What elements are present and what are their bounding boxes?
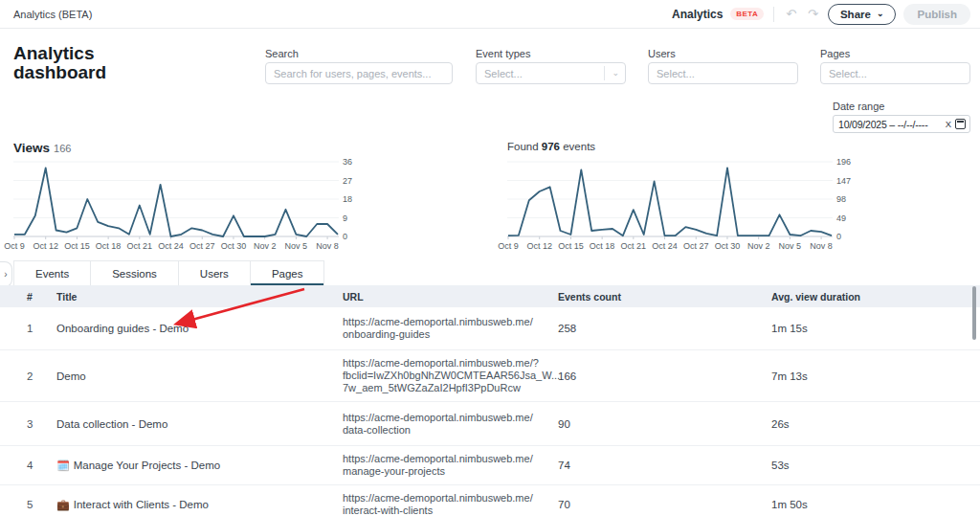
users-label: Users — [648, 48, 798, 59]
views-chart: Views166 09182736 Oct 9Oct 12Oct 15Oct 1… — [13, 141, 375, 258]
col-title: Title — [56, 291, 343, 303]
app-title: Analytics (BETA) — [13, 9, 92, 20]
x-axis-tick-label: Oct 9 — [498, 241, 519, 251]
row-number: 3 — [13, 418, 56, 430]
briefcase-emoji-icon: 💼 — [56, 499, 70, 510]
page-title-cell: 🗓️Manage Your Projects - Demo — [56, 460, 343, 472]
events-chart: Found 976 events 04998147196 Oct 9Oct 12… — [507, 141, 869, 258]
users-select[interactable] — [648, 62, 798, 84]
users-filter-group: Users — [648, 48, 798, 84]
y-axis-tick-label: 196 — [836, 157, 851, 167]
x-axis-tick-label: Oct 24 — [158, 241, 184, 251]
search-input[interactable] — [265, 62, 453, 84]
table-row[interactable]: 4🗓️Manage Your Projects - Demohttps://ac… — [0, 446, 980, 485]
col-url: URL — [343, 291, 558, 303]
views-line-chart — [13, 158, 339, 244]
page-title-cell: 💼Interact with Clients - Demo — [56, 499, 343, 511]
table-row[interactable]: 3Data collection - Demohttps://acme-demo… — [0, 402, 980, 446]
chevron-right-icon: › — [4, 269, 7, 280]
pages-select[interactable] — [820, 62, 970, 84]
events-y-axis: 04998147196 — [836, 158, 865, 244]
page-title: Analytics dashboard — [13, 44, 106, 82]
views-total: 166 — [54, 143, 71, 154]
vertical-scrollbar[interactable] — [972, 286, 976, 340]
avg-duration-cell: 1m 15s — [771, 323, 980, 334]
x-axis-tick-label: Nov 5 — [285, 241, 308, 251]
event-types-label: Event types — [476, 48, 626, 59]
y-axis-tick-label: 0 — [836, 232, 841, 241]
page-title-cell: Data collection - Demo — [56, 418, 343, 430]
undo-icon[interactable]: ↶ — [784, 8, 798, 20]
events-total: 976 — [542, 141, 560, 152]
x-axis-tick-label: Oct 21 — [621, 241, 647, 251]
date-range-label: Date range — [833, 101, 970, 112]
date-range-value: 10/09/2025 – --/--/---- — [838, 119, 942, 130]
x-axis-tick-label: Oct 12 — [33, 241, 58, 251]
views-y-axis: 09182736 — [343, 158, 371, 244]
redo-icon[interactable]: ↷ — [806, 8, 820, 20]
x-axis-tick-label: Oct 9 — [4, 241, 25, 251]
row-number: 1 — [13, 323, 56, 334]
publish-button[interactable]: Publish — [903, 4, 970, 25]
table-row[interactable]: 1Onboarding guides - Demohttps://acme-de… — [0, 307, 980, 350]
events-count-cell: 74 — [558, 460, 771, 471]
date-clear-button[interactable]: X — [942, 119, 955, 129]
x-axis-tick-label: Oct 27 — [683, 241, 709, 251]
date-range-group: Date range 10/09/2025 – --/--/---- X — [833, 101, 970, 133]
y-axis-tick-label: 36 — [343, 157, 352, 167]
x-axis-tick-label: Oct 15 — [558, 241, 584, 251]
events-x-axis: Oct 9Oct 12Oct 15Oct 18Oct 21Oct 24Oct 2… — [507, 241, 833, 253]
x-axis-tick-label: Oct 15 — [64, 241, 90, 251]
tab-users[interactable]: Users — [179, 260, 251, 285]
x-axis-tick-label: Oct 18 — [96, 241, 122, 251]
x-axis-tick-label: Oct 24 — [652, 241, 678, 251]
event-types-filter-group: Event types ⌄ — [476, 48, 626, 84]
doc-name: Analytics — [672, 8, 723, 21]
event-types-select[interactable] — [476, 62, 626, 84]
events-chart-title: Found 976 events — [507, 141, 869, 157]
y-axis-tick-label: 98 — [836, 194, 846, 204]
pages-filter-group: Pages — [820, 48, 970, 84]
avg-duration-cell: 1m 50s — [771, 499, 980, 510]
page-url-cell: https://acme-demoportal.nimbusweb.me/ ma… — [343, 446, 558, 484]
x-axis-tick-label: Nov 2 — [747, 241, 770, 251]
page-url-cell: https://acme-demoportal.nimbusweb.me/? f… — [343, 350, 558, 401]
date-range-input[interactable]: 10/09/2025 – --/--/---- X — [833, 115, 970, 133]
search-filter-group: Search — [265, 48, 453, 84]
x-axis-tick-label: Oct 30 — [221, 241, 247, 251]
y-axis-tick-label: 147 — [836, 176, 851, 186]
x-axis-tick-label: Nov 5 — [779, 241, 802, 251]
divider — [773, 7, 774, 22]
col-avg-view-duration: Avg. view duration — [771, 291, 980, 303]
table-header-row: # Title URL Events count Avg. view durat… — [0, 285, 980, 307]
events-count-cell: 166 — [558, 370, 771, 382]
chevron-down-icon[interactable]: ⌄ — [604, 66, 619, 80]
table-row[interactable]: 2Demohttps://acme-demoportal.nimbusweb.m… — [0, 350, 980, 402]
row-number: 5 — [13, 499, 56, 510]
table-row[interactable]: 5💼Interact with Clients - Demohttps://ac… — [0, 485, 980, 516]
beta-badge: BETA — [730, 8, 764, 20]
page-url-cell: https://acme-demoportal.nimbusweb.me/ in… — [343, 485, 558, 516]
calendar-icon[interactable] — [955, 119, 966, 129]
tab-sessions[interactable]: Sessions — [91, 260, 179, 285]
events-count-cell: 258 — [558, 323, 771, 334]
sidebar-expand-toggle[interactable]: › — [0, 261, 12, 287]
top-bar: Analytics (BETA) Analytics BETA ↶ ↷ Shar… — [0, 0, 980, 29]
page-url-cell: https://acme-demoportal.nimbusweb.me/ on… — [343, 309, 558, 348]
y-axis-tick-label: 27 — [343, 176, 352, 186]
tab-events[interactable]: Events — [13, 260, 91, 285]
tab-pages[interactable]: Pages — [251, 260, 325, 285]
share-button[interactable]: Share ⌄ — [828, 4, 897, 25]
x-axis-tick-label: Nov 8 — [810, 241, 833, 251]
col-events-count: Events count — [558, 291, 771, 303]
calendar-emoji-icon: 🗓️ — [56, 460, 70, 471]
page-title-cell: Onboarding guides - Demo — [56, 323, 343, 334]
search-label: Search — [265, 48, 453, 59]
events-count-cell: 90 — [558, 418, 771, 430]
x-axis-tick-label: Oct 30 — [715, 241, 741, 251]
page-url-cell: https://acme-demoportal.nimbusweb.me/ da… — [343, 405, 558, 443]
y-axis-tick-label: 18 — [343, 194, 352, 204]
x-axis-tick-label: Oct 18 — [590, 241, 615, 251]
events-line-chart — [507, 158, 833, 244]
y-axis-tick-label: 9 — [343, 213, 347, 223]
